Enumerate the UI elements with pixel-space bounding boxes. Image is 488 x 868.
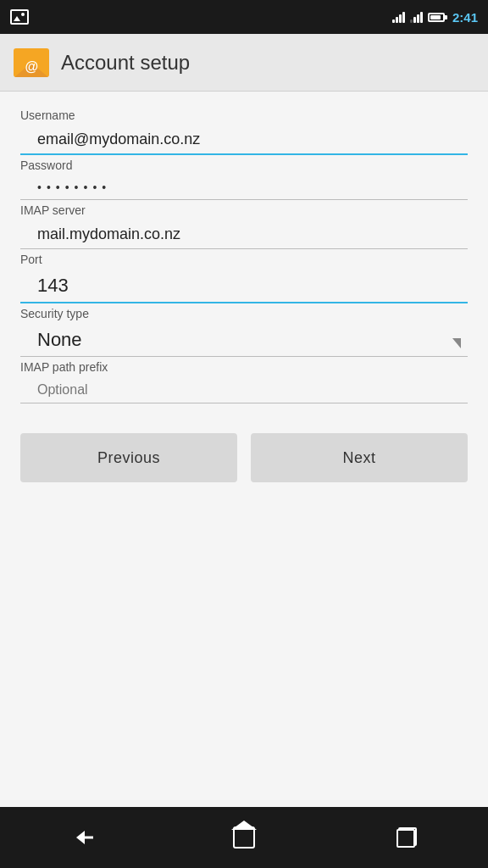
previous-button[interactable]: Previous [20,433,237,482]
recent-apps-button[interactable] [381,812,432,863]
port-field[interactable] [20,270,468,303]
email-app-icon [14,48,49,77]
back-button[interactable] [56,812,107,863]
home-button[interactable] [219,812,269,863]
imap-server-label: IMAP server [20,203,468,217]
status-bar: 2:41 [0,0,488,34]
back-arrow-icon [69,828,93,847]
imap-path-prefix-field[interactable] [20,377,468,403]
dropdown-arrow-icon [452,338,461,348]
signal-icon [410,12,423,23]
battery-icon [428,13,447,22]
page-title: Account setup [61,51,190,75]
security-type-container[interactable] [20,324,468,357]
password-group: Password [20,159,468,200]
status-bar-left [10,9,29,25]
button-row: Previous Next [0,420,488,496]
security-type-field[interactable] [20,324,468,357]
content-spacer [0,496,488,807]
imap-path-prefix-label: IMAP path prefix [20,360,468,374]
image-icon [10,9,29,25]
imap-server-group: IMAP server [20,203,468,249]
next-button[interactable]: Next [251,433,468,482]
home-icon [233,826,255,849]
imap-path-prefix-group: IMAP path prefix [20,360,468,403]
security-type-group: Security type [20,307,468,357]
password-field[interactable] [20,175,468,200]
recent-apps-icon [396,827,417,848]
password-label: Password [20,159,468,172]
security-type-label: Security type [20,307,468,320]
username-group: Username [20,108,468,155]
port-label: Port [20,253,468,266]
nav-bar [0,807,488,868]
username-field[interactable] [20,125,468,155]
app-header: Account setup [0,34,488,92]
username-label: Username [20,108,468,122]
port-group: Port [20,253,468,303]
status-time: 2:41 [452,10,478,25]
status-bar-right: 2:41 [392,10,478,25]
main-content: Username Password IMAP server Port Secur… [0,92,488,420]
wifi-icon [392,12,405,23]
imap-server-field[interactable] [20,220,468,249]
